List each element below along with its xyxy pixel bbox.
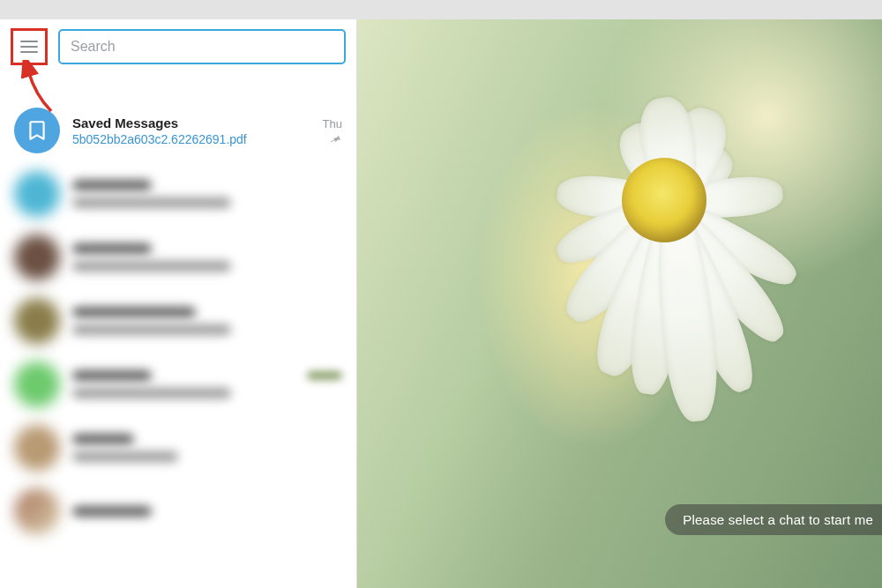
- avatar: [14, 425, 60, 471]
- sidebar-header: [0, 19, 356, 72]
- empty-state-hint: Please select a chat to start me: [665, 504, 882, 535]
- chat-name-blurred: [72, 506, 152, 517]
- chat-name-blurred: [72, 370, 152, 381]
- chat-content: [72, 434, 342, 462]
- avatar: [14, 298, 60, 344]
- avatar: [14, 108, 60, 153]
- menu-button[interactable]: [11, 28, 48, 65]
- chat-preview: 5b052bb2a603c2.62262691.pdf: [72, 132, 247, 146]
- chat-name-blurred: [72, 307, 196, 317]
- app-container: Saved Messages Thu 5b052bb2a603c2.622626…: [0, 19, 882, 588]
- chat-name-blurred: [72, 180, 152, 190]
- chat-preview-blurred: [72, 197, 231, 208]
- chat-item-blurred[interactable]: [0, 226, 356, 289]
- empty-state-text: Please select a chat to start me: [683, 512, 873, 527]
- hamburger-icon: [20, 41, 38, 53]
- search-input[interactable]: [58, 29, 346, 64]
- chat-item-blurred[interactable]: [0, 353, 356, 416]
- chat-item-blurred[interactable]: [0, 416, 356, 480]
- chat-content: [72, 243, 342, 272]
- chat-date-blurred: [307, 371, 342, 380]
- avatar: [14, 171, 60, 217]
- sidebar: Saved Messages Thu 5b052bb2a603c2.622626…: [0, 19, 357, 588]
- chat-content: [72, 180, 342, 208]
- chat-name-blurred: [72, 434, 134, 444]
- chat-name-blurred: [72, 243, 152, 254]
- chat-list[interactable]: Saved Messages Thu 5b052bb2a603c2.622626…: [0, 72, 356, 588]
- window-titlebar: [0, 0, 882, 19]
- chat-date: Thu: [323, 117, 342, 130]
- chat-area: Please select a chat to start me: [357, 19, 882, 588]
- chat-content: [72, 506, 342, 517]
- chat-content: [72, 307, 342, 335]
- pin-icon: [328, 132, 342, 146]
- chat-preview-blurred: [72, 388, 231, 398]
- chat-content: [72, 370, 342, 398]
- chat-name: Saved Messages: [72, 115, 178, 130]
- avatar: [14, 361, 60, 407]
- chat-item-saved-messages[interactable]: Saved Messages Thu 5b052bb2a603c2.622626…: [0, 99, 356, 162]
- chat-preview-blurred: [72, 451, 178, 462]
- chat-item-blurred[interactable]: [0, 480, 356, 543]
- chat-item-blurred[interactable]: [0, 162, 356, 226]
- avatar: [14, 234, 60, 280]
- chat-item-blurred[interactable]: [0, 289, 356, 353]
- chat-preview-blurred: [72, 261, 231, 272]
- avatar: [14, 488, 60, 534]
- chat-content: Saved Messages Thu 5b052bb2a603c2.622626…: [72, 115, 342, 146]
- chat-preview-blurred: [72, 324, 231, 335]
- bookmark-icon: [26, 119, 49, 142]
